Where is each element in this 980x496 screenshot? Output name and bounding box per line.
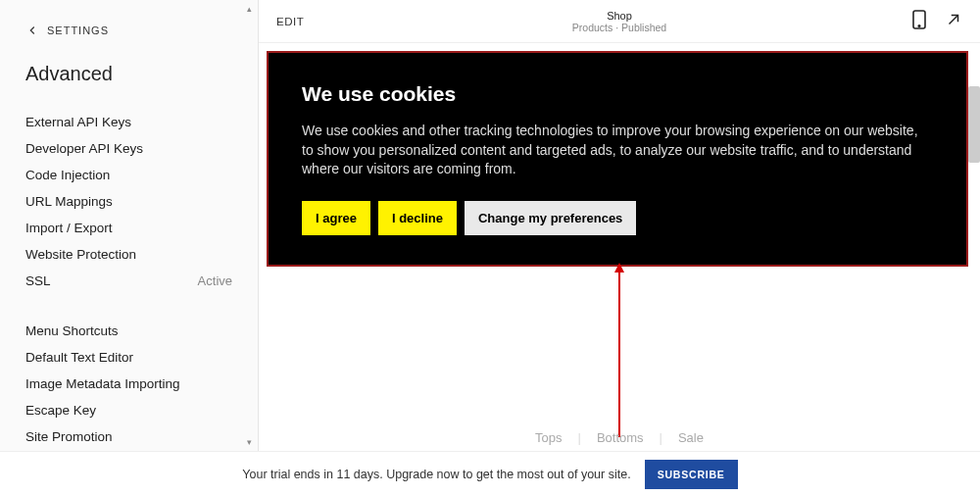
preview-topbar: EDIT Shop Products · Published [259, 0, 980, 43]
page-name: Shop [572, 10, 666, 22]
sidebar-item[interactable]: Site Promotion [25, 423, 232, 450]
sidebar-item-label: Import / Export [25, 221, 113, 235]
cookie-preferences-button[interactable]: Change my preferences [465, 201, 636, 235]
cookie-agree-button[interactable]: I agree [302, 201, 370, 235]
page-status: Products · Published [572, 22, 666, 33]
subscribe-button[interactable]: SUBSCRIBE [645, 460, 738, 489]
back-label: SETTINGS [47, 25, 109, 36]
sidebar-item-label: Image Metadata Importing [25, 376, 180, 391]
sidebar-item[interactable]: Menu Shortcuts [25, 318, 232, 344]
svg-point-1 [918, 25, 920, 26]
back-to-settings[interactable]: SETTINGS [25, 24, 232, 37]
cookie-buttons: I agree I decline Change my preferences [302, 201, 933, 235]
nav-sale[interactable]: Sale [662, 430, 719, 445]
preview-scrollbar[interactable] [968, 86, 980, 163]
sidebar-item[interactable]: Image Metadata Importing [25, 371, 232, 397]
chevron-left-icon [25, 24, 39, 37]
page-info: Shop Products · Published [572, 10, 666, 33]
sidebar-item-label: Escape Key [25, 403, 96, 418]
sidebar-item[interactable]: Developer API Keys [25, 135, 232, 162]
annotation-arrow [618, 271, 620, 437]
sidebar-title: Advanced [25, 63, 232, 85]
scroll-arrow-down-icon[interactable]: ▾ [247, 437, 252, 447]
preview-area: We use cookies We use cookies and other … [259, 43, 980, 451]
scroll-arrow-up-icon[interactable]: ▴ [247, 4, 252, 14]
nav-bottoms[interactable]: Bottoms [581, 430, 660, 445]
sidebar-item-label: Website Protection [25, 247, 136, 262]
settings-sidebar: SETTINGS Advanced External API KeysDevel… [0, 0, 258, 451]
trial-bar: Your trial ends in 11 days. Upgrade now … [0, 451, 980, 496]
sidebar-item[interactable]: Default Text Editor [25, 344, 232, 371]
svg-line-2 [950, 15, 958, 24]
cookie-title: We use cookies [302, 82, 933, 106]
sidebar-item[interactable]: URL Mappings [25, 188, 232, 215]
cookie-text: We use cookies and other tracking techno… [302, 122, 933, 179]
sidebar-item-label: SSL [25, 273, 51, 288]
sidebar-item-label: Default Text Editor [25, 350, 133, 365]
trial-text: Your trial ends in 11 days. Upgrade now … [242, 468, 630, 481]
cookie-banner: We use cookies We use cookies and other … [267, 51, 968, 267]
cookie-decline-button[interactable]: I decline [378, 201, 457, 235]
sidebar-item[interactable]: External API Keys [25, 109, 232, 135]
sidebar-list: External API KeysDeveloper API KeysCode … [25, 109, 232, 450]
sidebar-item[interactable]: SSLActive [25, 268, 232, 294]
sidebar-item-status: Active [198, 273, 232, 288]
sidebar-item[interactable]: Website Protection [25, 241, 232, 268]
sidebar-item-label: External API Keys [25, 115, 131, 129]
sidebar-item-label: Menu Shortcuts [25, 323, 119, 338]
sidebar-item[interactable]: Code Injection [25, 162, 232, 188]
shop-nav: Tops | Bottoms | Sale [519, 430, 719, 445]
mobile-preview-icon[interactable] [911, 9, 927, 34]
sidebar-item-label: URL Mappings [25, 194, 113, 209]
sidebar-item-label: Site Promotion [25, 429, 113, 444]
edit-button[interactable]: EDIT [276, 16, 304, 27]
open-external-icon[interactable] [945, 11, 962, 32]
sidebar-item[interactable]: Import / Export [25, 215, 232, 241]
sidebar-item-label: Code Injection [25, 168, 110, 182]
sidebar-item[interactable]: Escape Key [25, 397, 232, 423]
sidebar-item-label: Developer API Keys [25, 141, 143, 156]
main-panel: EDIT Shop Products · Published We use co… [258, 0, 980, 451]
nav-tops[interactable]: Tops [519, 430, 577, 445]
